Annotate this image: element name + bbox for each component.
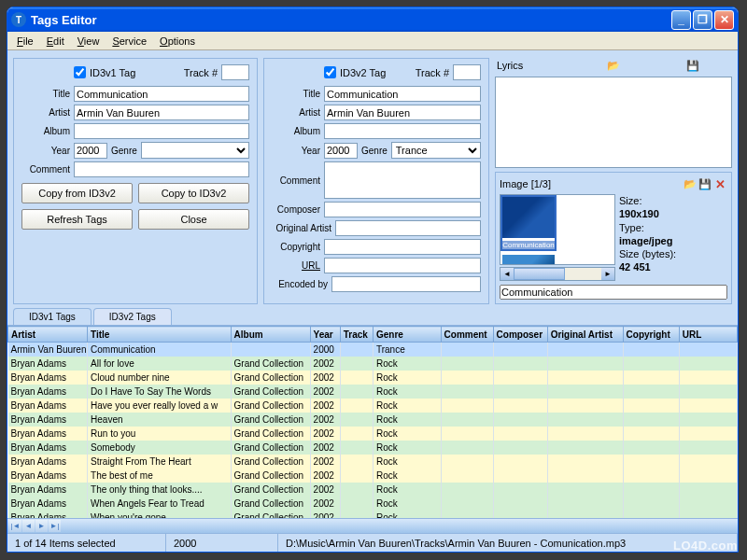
col-genre[interactable]: Genre bbox=[373, 327, 441, 343]
statusbar: 1 of 14 Items selected 2000 D:\Music\Arm… bbox=[7, 533, 738, 552]
col-comment[interactable]: Comment bbox=[441, 327, 493, 343]
thumbnail-scrollbar[interactable]: ◄► bbox=[500, 267, 615, 281]
v1-title-input[interactable] bbox=[74, 86, 249, 102]
save-lyrics-icon[interactable]: 💾 bbox=[655, 58, 730, 73]
v2-composer-input[interactable] bbox=[324, 202, 481, 217]
col-album[interactable]: Album bbox=[231, 327, 310, 343]
col-origartist[interactable]: Original Artist bbox=[547, 327, 623, 343]
v2-title-input[interactable] bbox=[324, 86, 481, 102]
table-row[interactable]: Bryan AdamsDo I Have To Say The WordsGra… bbox=[8, 385, 738, 399]
v2-artist-input[interactable] bbox=[324, 105, 481, 120]
id3v1-panel: ID3v1 Tag Track # Title Artist Album Yea… bbox=[13, 58, 258, 304]
v2-title-label: Title bbox=[272, 89, 320, 99]
id3v2-track-label: Track # bbox=[416, 67, 449, 78]
status-path: D:\Music\Armin Van Buuren\Tracks\Armin V… bbox=[278, 534, 738, 552]
col-composer[interactable]: Composer bbox=[493, 327, 547, 343]
v1-comment-input[interactable] bbox=[74, 161, 249, 177]
col-year[interactable]: Year bbox=[310, 327, 340, 343]
refresh-tags-button[interactable]: Refresh Tags bbox=[21, 209, 133, 230]
minimize-button[interactable]: _ bbox=[671, 10, 691, 30]
maximize-button[interactable]: ❐ bbox=[693, 10, 712, 30]
titlebar[interactable]: T Tags Editor _ ❐ ✕ bbox=[7, 7, 738, 32]
tab-id3v2[interactable]: ID3v2 Tags bbox=[93, 308, 172, 325]
table-row[interactable]: Bryan AdamsThe only thing that looks....… bbox=[8, 483, 738, 497]
table-row[interactable]: Bryan AdamsCloud number nineGrand Collec… bbox=[8, 371, 738, 385]
v1-year-label: Year bbox=[21, 146, 70, 156]
menu-edit[interactable]: Edit bbox=[41, 34, 70, 49]
add-image-icon[interactable]: 📂 bbox=[683, 176, 698, 191]
table-nav-bar: |◄ ◄ ► ►| bbox=[7, 518, 738, 533]
v2-artist-label: Artist bbox=[272, 107, 320, 118]
table-row[interactable]: Bryan AdamsAll for loveGrand Collection2… bbox=[8, 357, 738, 371]
v2-genre-select[interactable]: Trance bbox=[391, 142, 481, 159]
v1-album-input[interactable] bbox=[74, 123, 249, 139]
col-url[interactable]: URL bbox=[679, 327, 737, 343]
v2-composer-label: Composer bbox=[272, 204, 320, 215]
table-header-row[interactable]: Artist Title Album Year Track Genre Comm… bbox=[8, 327, 738, 343]
table-row[interactable]: Bryan AdamsSomebodyGrand Collection2002R… bbox=[8, 441, 738, 455]
id3v1-track-input[interactable] bbox=[221, 64, 249, 80]
menu-options[interactable]: Options bbox=[154, 34, 201, 49]
tab-id3v1[interactable]: ID3v1 Tags bbox=[13, 308, 92, 325]
menu-file[interactable]: File bbox=[11, 34, 39, 49]
image-info: Size:190x190 Type:image/jpeg Size (bytes… bbox=[619, 194, 676, 281]
v1-artist-input[interactable] bbox=[74, 105, 249, 120]
window-title: Tags Editor bbox=[31, 13, 671, 27]
v2-comment-textarea[interactable] bbox=[324, 161, 481, 199]
id3v2-enable-checkbox[interactable] bbox=[324, 66, 336, 78]
v1-comment-label: Comment bbox=[21, 164, 70, 175]
v2-album-input[interactable] bbox=[324, 123, 481, 139]
table-row[interactable]: Bryan AdamsWhen you're goneGrand Collect… bbox=[8, 511, 738, 519]
id3v1-track-label: Track # bbox=[184, 67, 218, 78]
table-tabs: ID3v1 Tags ID3v2 Tags bbox=[7, 308, 738, 325]
copy-from-id3v2-button[interactable]: Copy from ID3v2 bbox=[21, 183, 133, 203]
col-title[interactable]: Title bbox=[88, 327, 232, 343]
v2-year-input[interactable] bbox=[324, 143, 358, 159]
lyrics-textarea[interactable] bbox=[495, 77, 732, 168]
image-thumbnails[interactable]: Communication bbox=[500, 194, 615, 265]
menu-view[interactable]: View bbox=[72, 34, 106, 49]
table-row[interactable]: Bryan AdamsThe best of meGrand Collectio… bbox=[8, 469, 738, 483]
nav-prev-icon[interactable]: ◄ bbox=[22, 520, 35, 532]
v1-genre-select[interactable] bbox=[141, 142, 249, 159]
table-row[interactable]: Bryan AdamsWhen Angels Fear to TreadGran… bbox=[8, 497, 738, 511]
image-desc-input[interactable] bbox=[500, 285, 727, 300]
table-row[interactable]: Bryan AdamsHeavenGrand Collection2002Roc… bbox=[8, 413, 738, 427]
col-artist[interactable]: Artist bbox=[8, 327, 88, 343]
thumbnail-2[interactable] bbox=[502, 255, 555, 265]
thumbnail-1[interactable]: Communication bbox=[502, 197, 555, 249]
v2-encodedby-label: Encoded by bbox=[272, 279, 328, 289]
v2-album-label: Album bbox=[272, 126, 320, 136]
nav-next-icon[interactable]: ► bbox=[35, 520, 48, 532]
nav-last-icon[interactable]: ►| bbox=[49, 520, 61, 532]
id3v1-tag-label: ID3v1 Tag bbox=[90, 67, 135, 78]
table-row[interactable]: Armin Van BuurenCommunication2000Trance bbox=[8, 343, 738, 357]
table-row[interactable]: Bryan AdamsHave you ever really loved a … bbox=[8, 399, 738, 413]
v2-url-label[interactable]: URL bbox=[272, 260, 320, 271]
id3v1-enable-checkbox[interactable] bbox=[74, 66, 86, 78]
col-track[interactable]: Track bbox=[340, 327, 373, 343]
id3v2-track-input[interactable] bbox=[453, 64, 481, 80]
v2-copyright-label: Copyright bbox=[272, 242, 320, 252]
status-selection: 1 of 14 Items selected bbox=[7, 534, 166, 552]
v2-comment-label: Comment bbox=[272, 175, 320, 186]
table-row[interactable]: Bryan AdamsRun to youGrand Collection200… bbox=[8, 427, 738, 441]
lyrics-label: Lyrics bbox=[497, 60, 572, 71]
nav-first-icon[interactable]: |◄ bbox=[9, 520, 21, 532]
delete-image-icon[interactable]: ✕ bbox=[712, 176, 727, 191]
close-panel-button[interactable]: Close bbox=[138, 209, 249, 230]
v2-url-input[interactable] bbox=[324, 258, 481, 273]
menu-service[interactable]: Service bbox=[106, 34, 152, 49]
open-lyrics-icon[interactable]: 📂 bbox=[576, 58, 652, 73]
v1-artist-label: Artist bbox=[21, 107, 70, 118]
v1-year-input[interactable] bbox=[74, 143, 107, 159]
copy-to-id3v2-button[interactable]: Copy to ID3v2 bbox=[138, 183, 249, 203]
v2-origartist-input[interactable] bbox=[335, 220, 481, 236]
save-image-icon[interactable]: 💾 bbox=[698, 176, 712, 191]
v2-encodedby-input[interactable] bbox=[331, 276, 481, 292]
close-button[interactable]: ✕ bbox=[714, 10, 734, 30]
col-copyright[interactable]: Copyright bbox=[623, 327, 679, 343]
status-year: 2000 bbox=[166, 534, 278, 552]
v2-copyright-input[interactable] bbox=[324, 239, 481, 255]
table-row[interactable]: Bryan AdamsStraight From The HeartGrand … bbox=[8, 455, 738, 469]
